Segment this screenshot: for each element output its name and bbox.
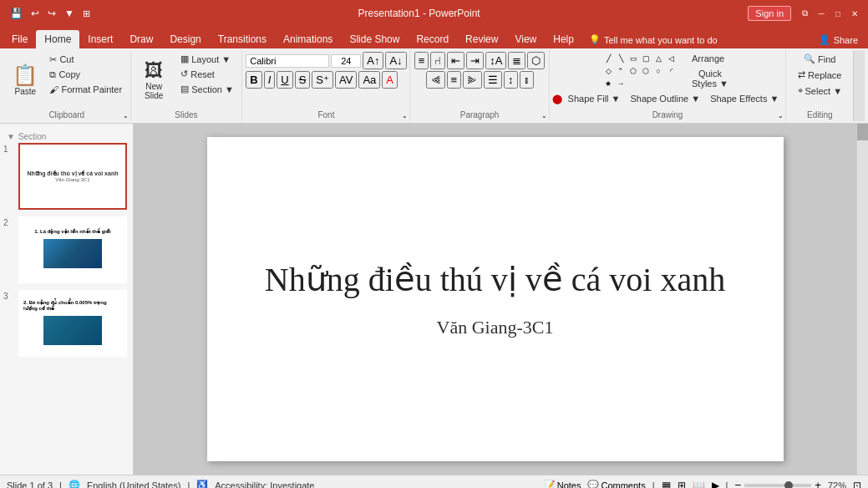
tell-me-box[interactable]: 💡 Tell me what you want to do <box>589 34 718 48</box>
notes-button[interactable]: 📝 Notes <box>544 480 581 488</box>
rtriangle-shape[interactable]: ◁ <box>665 53 677 64</box>
minimize-button[interactable]: ─ <box>815 7 828 20</box>
slide-canvas[interactable]: Những điều thú vị về cá voi xanh Văn Gia… <box>207 137 784 461</box>
slide-thumb-2[interactable]: 2 1. Là động vật lớn nhất thế giới <box>3 216 129 283</box>
zoom-out-button[interactable]: − <box>734 479 741 488</box>
shape-effects-button[interactable]: Shape Effects ▼ <box>706 92 783 105</box>
zoom-slider[interactable] <box>744 484 811 487</box>
bold-button[interactable]: B <box>246 71 261 89</box>
line-shape[interactable]: ╱ <box>602 53 614 64</box>
zoom-in-button[interactable]: + <box>815 479 821 488</box>
rect-shape[interactable]: ▭ <box>627 53 639 64</box>
align-text-button[interactable]: ≣ <box>508 52 525 69</box>
customize-qa-button[interactable]: ▼ <box>61 6 78 21</box>
tab-slideshow[interactable]: Slide Show <box>341 30 408 48</box>
tab-design[interactable]: Design <box>161 30 209 48</box>
tab-file[interactable]: File <box>3 30 36 48</box>
font-name-input[interactable] <box>246 54 329 68</box>
quick-styles-button[interactable]: QuickStyles ▼ <box>688 67 733 90</box>
columns-button[interactable]: ⫾ <box>520 71 534 89</box>
cut-button[interactable]: ✂ Cut <box>45 53 126 67</box>
sign-in-button[interactable]: Sign in <box>748 6 791 21</box>
comments-button[interactable]: 💬 Comments <box>587 480 645 488</box>
slideshow-button[interactable]: ▶ <box>712 480 719 489</box>
select-button[interactable]: ⌖ Select ▼ <box>794 84 847 98</box>
text-shadow-button[interactable]: S⁺ <box>312 71 333 89</box>
align-left-button[interactable]: ⫷ <box>426 71 445 89</box>
layout-button[interactable]: ▦ Layout ▼ <box>176 52 238 66</box>
increase-indent-button[interactable]: ⇥ <box>466 52 484 69</box>
clipboard-expand-icon[interactable]: ⌄ <box>123 112 129 119</box>
language-status[interactable]: English (United States) <box>87 480 181 489</box>
restore-button[interactable]: ⧉ <box>798 7 811 20</box>
chevron-shape[interactable]: ⌃ <box>615 65 627 77</box>
text-direction-button[interactable]: ↕A <box>485 52 506 69</box>
font-size-input[interactable] <box>331 54 361 68</box>
copy-button[interactable]: ⧉ Copy <box>45 68 126 82</box>
tab-animations[interactable]: Animations <box>275 30 341 48</box>
slide-sorter-button[interactable]: ⊞ <box>678 480 686 489</box>
underline-button[interactable]: U <box>277 71 292 89</box>
paste-button[interactable]: 📋 Paste <box>7 61 43 99</box>
align-center-button[interactable]: ≡ <box>447 71 462 89</box>
tab-view[interactable]: View <box>506 30 545 48</box>
shape-outline-button[interactable]: Shape Outline ▼ <box>626 92 704 105</box>
save-button[interactable]: 💾 <box>7 6 26 21</box>
drawing-expand-icon[interactable]: ⌄ <box>778 112 784 119</box>
diamond-shape[interactable]: ◇ <box>602 65 614 77</box>
close-button[interactable]: ✕ <box>848 7 861 20</box>
zoom-level[interactable]: 72% <box>828 480 846 489</box>
align-right-button[interactable]: ⫸ <box>463 71 482 89</box>
reset-button[interactable]: ↺ Reset <box>176 67 238 81</box>
section-button[interactable]: ▤ Section ▼ <box>176 82 238 96</box>
arrange-button[interactable]: Arrange <box>688 52 733 65</box>
new-slide-button[interactable]: 🖼 NewSlide <box>135 58 173 103</box>
char-spacing-button[interactable]: AV <box>335 71 357 89</box>
tab-home[interactable]: Home <box>36 30 79 48</box>
strikethrough-button[interactable]: S <box>295 71 311 89</box>
line-spacing-button[interactable]: ↕ <box>504 71 518 89</box>
decrease-indent-button[interactable]: ⇤ <box>447 52 464 69</box>
italic-button[interactable]: I <box>264 71 276 89</box>
find-button[interactable]: 🔍 Find <box>799 52 840 66</box>
smartart-button[interactable]: ⬡ <box>527 52 545 69</box>
right-scrollbar[interactable] <box>856 124 868 475</box>
replace-button[interactable]: ⇄ Replace <box>794 68 845 82</box>
bullets-button[interactable]: ≡ <box>414 52 429 69</box>
line2-shape[interactable]: ╲ <box>615 53 627 64</box>
shape-fill-button[interactable]: Shape Fill ▼ <box>564 92 625 105</box>
para-expand-icon[interactable]: ⌄ <box>541 112 547 119</box>
justify-button[interactable]: ☰ <box>484 71 502 89</box>
pentagon-shape[interactable]: ⬠ <box>627 65 639 77</box>
font-expand-icon[interactable]: ⌄ <box>402 112 408 119</box>
font-color-button[interactable]: A <box>382 71 398 89</box>
tab-record[interactable]: Record <box>408 30 457 48</box>
star-shape[interactable]: ★ <box>602 78 614 89</box>
change-case-button[interactable]: Aa <box>358 71 380 89</box>
rounded-rect-shape[interactable]: ▢ <box>640 53 652 64</box>
fit-slide-button[interactable]: ⊡ <box>853 480 861 489</box>
reading-view-button[interactable]: 📖 <box>693 480 705 489</box>
section-expand-icon[interactable]: ▼ <box>7 132 15 141</box>
ribbon-scrollbar[interactable] <box>853 50 865 121</box>
arc-shape[interactable]: ◜ <box>665 65 677 77</box>
scroll-thumb[interactable] <box>857 124 868 140</box>
normal-view-button[interactable]: ▦ <box>662 480 671 489</box>
tab-help[interactable]: Help <box>545 30 582 48</box>
decrease-font-button[interactable]: A↓ <box>385 52 406 69</box>
hex-shape[interactable]: ⬡ <box>640 65 652 77</box>
accessibility-status[interactable]: Accessibility: Investigate <box>215 480 314 489</box>
undo-button[interactable]: ↩ <box>28 6 43 21</box>
arrow-shape[interactable]: → <box>615 78 627 89</box>
increase-font-button[interactable]: A↑ <box>363 52 383 69</box>
slide-thumb-1[interactable]: 1 Những điều thú vị về cá voi xanh Văn G… <box>3 143 129 210</box>
tab-insert[interactable]: Insert <box>79 30 121 48</box>
maximize-button[interactable]: □ <box>831 7 845 20</box>
tab-review[interactable]: Review <box>457 30 506 48</box>
numbering-button[interactable]: ⑁ <box>430 52 445 69</box>
circle-shape[interactable]: ○ <box>652 65 664 77</box>
share-label[interactable]: Share <box>834 35 858 45</box>
tab-transitions[interactable]: Transitions <box>210 30 275 48</box>
triangle-shape[interactable]: △ <box>652 53 664 64</box>
tab-draw[interactable]: Draw <box>121 30 161 48</box>
